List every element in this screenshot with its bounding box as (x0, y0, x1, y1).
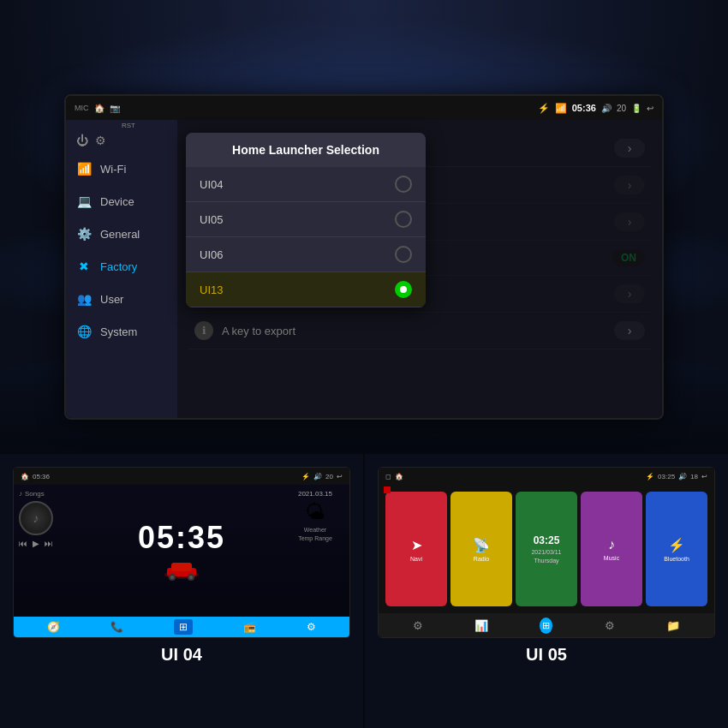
battery-label: 20 (617, 104, 626, 113)
device-icon: 💻 (76, 194, 92, 209)
bluetooth-app-icon: ⚡ (668, 537, 685, 553)
sidebar-item-wifi[interactable]: 📶 Wi-Fi (66, 152, 177, 185)
car-visual (160, 556, 203, 582)
sidebar-user-label: User (100, 293, 123, 306)
next-icon[interactable]: ⏭ (45, 539, 53, 548)
app-tile-music[interactable]: ♪ Music (581, 492, 642, 606)
rst-badge: RST (122, 122, 135, 129)
clock-time: 03:25 (534, 534, 560, 546)
header-time: 05:36 (572, 103, 596, 113)
radio-label: Radio (474, 556, 489, 562)
sidebar-item-general[interactable]: ⚙️ General (66, 218, 177, 250)
ui04-bt-icon: ⚡ (301, 473, 310, 480)
app-tile-radio[interactable]: 📡 Radio (451, 492, 512, 606)
ui04-screen-header: 🏠 05:36 ⚡ 🔊 20 ↩ (14, 468, 349, 485)
prev-icon[interactable]: ⏮ (19, 539, 27, 548)
ui05-nav-icon[interactable]: ⚙ (413, 619, 423, 632)
settings-icon[interactable]: ⚙ (95, 134, 106, 147)
ui06-radio[interactable] (395, 246, 412, 263)
temp-label: Temp Range (298, 535, 332, 541)
general-icon: ⚙️ (76, 226, 92, 242)
app-tile-navi[interactable]: ➤ Navi (385, 492, 447, 606)
radio-icon[interactable]: 📻 (243, 621, 256, 633)
app-tile-bluetooth[interactable]: ⚡ Bluetooth (646, 492, 707, 606)
battery-icon: 🔋 (631, 104, 641, 113)
weather-icon: 🌤 (305, 500, 325, 524)
bluetooth-label: Bluetooth (664, 556, 689, 562)
ui13-option-label: UI13 (200, 283, 223, 296)
ui05-batt: 18 (690, 473, 698, 480)
sidebar-item-factory[interactable]: ✖ Factory (66, 250, 177, 283)
power-icon[interactable]: ⏻ (76, 134, 88, 147)
signal-icon: 📶 (555, 103, 567, 114)
modal-title: Home Launcher Selection (186, 133, 426, 167)
clock-date: 2021/03/11 (531, 549, 561, 555)
sidebar-wifi-label: Wi-Fi (100, 163, 126, 176)
sidebar-system-label: System (100, 325, 137, 338)
bottom-section: 🏠 05:36 ⚡ 🔊 20 ↩ ♪ (0, 454, 728, 728)
ui04-home-icon: 🏠 (21, 473, 29, 480)
music-info: ♪ Songs (19, 490, 77, 498)
ui05-vol-icon: 🔊 (678, 473, 687, 480)
modal-overlay[interactable]: Home Launcher Selection UI04 UI05 UI06 U… (177, 120, 662, 418)
playback-controls: ⏮ ▶ ⏭ (19, 539, 77, 548)
car-svg (160, 556, 203, 582)
ui04-vol-icon: 🔊 (313, 473, 322, 480)
ui04-panel: 🏠 05:36 ⚡ 🔊 20 ↩ ♪ (0, 454, 363, 728)
modal-option-ui04[interactable]: UI04 (186, 167, 426, 202)
settings-footer-icon[interactable]: ⚙ (307, 621, 316, 633)
volume-icon: 🔊 (601, 104, 612, 113)
sidebar: ⏻ ⚙ 📶 Wi-Fi 💻 Device ⚙️ General ✖ Factor… (66, 120, 177, 420)
music-note-icon: ♪ (19, 490, 22, 498)
apps-icon[interactable]: ⊞ (174, 619, 193, 635)
modal-option-ui06[interactable]: UI06 (186, 237, 426, 272)
play-icon[interactable]: ▶ (33, 539, 39, 548)
ui05-grid-icon[interactable]: ⊞ (540, 618, 552, 634)
ui05-footer: ⚙ 📊 ⊞ ⚙ 📁 (379, 613, 714, 637)
ui05-bar-icon[interactable]: 📊 (474, 619, 488, 632)
ui05-radio[interactable] (395, 211, 412, 228)
sidebar-factory-label: Factory (100, 260, 137, 273)
header-left: MIC 🏠 📷 (75, 104, 120, 113)
sidebar-item-system[interactable]: 🌐 System (66, 315, 177, 348)
ui04-header-left: 🏠 05:36 (21, 473, 50, 480)
ui04-header-right: ⚡ 🔊 20 ↩ (301, 473, 343, 480)
svg-point-6 (189, 576, 193, 579)
ui04-right-panel: 2021.03.15 🌤 Weather Temp Range (281, 485, 349, 617)
ui04-screen-content: 🏠 05:36 ⚡ 🔊 20 ↩ ♪ (14, 468, 349, 637)
back-icon[interactable]: ↩ (647, 104, 653, 113)
ui05-indicator (384, 486, 391, 493)
sidebar-item-user[interactable]: 👥 User (66, 283, 177, 315)
ui05-back-icon: ↩ (701, 473, 707, 480)
ui04-option-label: UI04 (200, 178, 223, 191)
modal-option-ui05[interactable]: UI05 (186, 202, 426, 237)
ui05-label: UI 05 (526, 645, 567, 665)
ui05-panel: ◻ 🏠 ⚡ 03:25 🔊 18 ↩ ➤ (365, 454, 728, 728)
home-icon[interactable]: 🏠 (94, 104, 104, 113)
ui06-option-label: UI06 (200, 248, 223, 261)
navi-icon: ➤ (411, 537, 422, 553)
ui04-back-icon: ↩ (337, 473, 343, 480)
ui04-batt: 20 (325, 473, 333, 480)
ui04-small-screen: 🏠 05:36 ⚡ 🔊 20 ↩ ♪ (13, 467, 350, 638)
camera-icon[interactable]: 📷 (110, 104, 120, 113)
ui05-time: 03:25 (658, 473, 675, 480)
ui05-gear-icon[interactable]: ⚙ (605, 619, 615, 632)
app-tile-clock[interactable]: 03:25 2021/03/11 Thursday (516, 492, 577, 606)
ui05-folder-icon[interactable]: 📁 (666, 619, 680, 632)
album-art: ♪ (19, 501, 53, 535)
navi-label: Navi (410, 556, 422, 562)
system-icon: 🌐 (76, 324, 92, 339)
modal-option-ui13[interactable]: UI13 (186, 272, 426, 307)
sidebar-item-device[interactable]: 💻 Device (66, 185, 177, 218)
ui13-radio[interactable] (395, 281, 412, 298)
ui04-big-time: 05:35 (138, 520, 225, 556)
nav-icon[interactable]: 🧭 (47, 621, 60, 633)
header-right: ⚡ 📶 05:36 🔊 20 🔋 ↩ (538, 103, 653, 114)
ui05-small-screen: ◻ 🏠 ⚡ 03:25 🔊 18 ↩ ➤ (378, 467, 715, 638)
ui04-left-panel: ♪ Songs ♪ ⏮ ▶ ⏭ (14, 485, 82, 617)
ui05-signal-icon: ◻ (385, 473, 391, 480)
phone-icon[interactable]: 📞 (110, 621, 123, 633)
clock-day: Thursday (534, 558, 558, 564)
ui04-radio[interactable] (395, 176, 412, 193)
